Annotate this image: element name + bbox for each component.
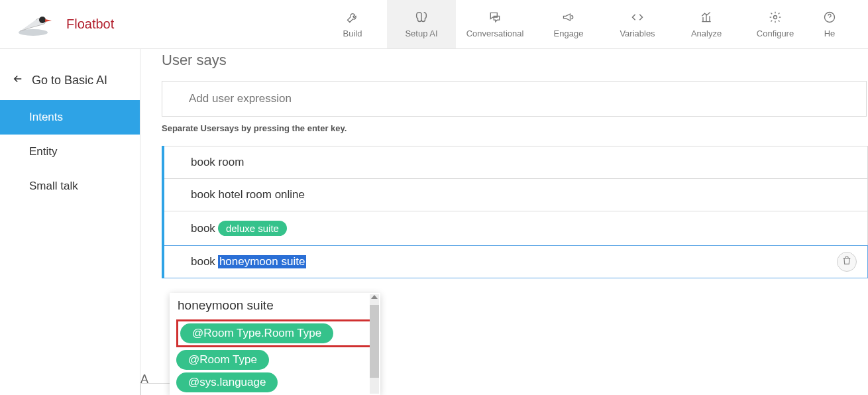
arrow-left-icon	[12, 73, 24, 88]
code-icon	[630, 10, 645, 25]
usersay-prefix: book	[191, 222, 215, 235]
entity-dropdown: honeymoon suite @Room Type.Room Type @Ro…	[170, 293, 380, 395]
chat-icon	[488, 10, 502, 25]
sidebar-item-smalltalk[interactable]: Small talk	[0, 169, 140, 203]
nav-label: Engage	[554, 28, 584, 38]
nav-conversational[interactable]: Conversational	[456, 0, 534, 48]
dropdown-heading: honeymoon suite	[170, 293, 380, 317]
help-icon	[823, 10, 836, 25]
sidebar-item-label: Intents	[29, 111, 63, 123]
dropdown-item[interactable]: @sys.language	[176, 372, 374, 392]
add-expression-input[interactable]	[162, 81, 867, 117]
entity-option[interactable]: @sys.language	[176, 372, 278, 392]
usersay-text: book room	[191, 156, 244, 169]
section-title: User says	[162, 52, 868, 69]
sidebar-item-intents[interactable]: Intents	[0, 100, 140, 135]
sidebar: Go to Basic AI Intents Entity Small talk	[0, 49, 140, 395]
nav-label: He	[824, 28, 836, 38]
entity-option[interactable]: @Room Type.Room Type	[180, 323, 333, 343]
gear-icon	[769, 10, 782, 25]
entity-chip[interactable]: deluxe suite	[218, 221, 287, 236]
selected-text[interactable]: honeymoon suite	[218, 255, 306, 268]
nav-label: Configure	[757, 28, 794, 38]
chart-icon	[700, 10, 713, 25]
sidebar-item-label: Small talk	[29, 180, 78, 192]
svg-point-1	[39, 17, 46, 23]
top-nav: Build Setup AI Conversational Engage Var…	[318, 0, 849, 48]
trash-icon	[841, 255, 852, 269]
usersay-row[interactable]: book hotel room online	[164, 178, 868, 211]
nav-label: Conversational	[466, 28, 524, 38]
dropdown-item-highlighted[interactable]: @Room Type.Room Type	[176, 319, 374, 347]
wrench-icon	[346, 10, 359, 25]
usersay-text: book hotel room online	[191, 188, 305, 201]
scrollbar-thumb[interactable]	[370, 305, 379, 378]
dropdown-item[interactable]: @Room Type	[176, 350, 374, 370]
sidebar-item-label: Entity	[29, 145, 58, 158]
usersay-row-active[interactable]: book honeymoon suite	[164, 245, 868, 278]
delete-button[interactable]	[837, 252, 857, 272]
entity-option[interactable]: @Room Type	[176, 350, 269, 370]
usersay-row[interactable]: book room	[164, 146, 868, 179]
hint-text: Separate Usersays by pressing the enter …	[162, 123, 868, 133]
brand-name: Floatbot	[66, 17, 114, 32]
nav-label: Analyze	[691, 28, 722, 38]
scroll-up-icon[interactable]	[371, 295, 378, 299]
back-link[interactable]: Go to Basic AI	[0, 69, 140, 100]
usersay-row[interactable]: book deluxe suite	[164, 211, 868, 246]
nav-label: Setup AI	[405, 28, 437, 38]
header: Floatbot Build Setup AI Conversational E…	[0, 0, 868, 49]
brand: Floatbot	[0, 0, 318, 48]
brand-logo	[13, 11, 53, 38]
nav-build[interactable]: Build	[318, 0, 387, 48]
svg-point-2	[774, 16, 777, 19]
nav-configure[interactable]: Configure	[741, 0, 810, 48]
nav-label: Variables	[620, 28, 655, 38]
nav-label: Build	[343, 28, 362, 38]
sidebar-item-entity[interactable]: Entity	[0, 135, 140, 169]
usersay-prefix: book	[191, 255, 215, 268]
back-label: Go to Basic AI	[32, 74, 107, 87]
usersays-list: book room book hotel room online book de…	[162, 146, 868, 278]
nav-analyze[interactable]: Analyze	[672, 0, 741, 48]
nav-help[interactable]: He	[810, 0, 849, 48]
nav-setup-ai[interactable]: Setup AI	[387, 0, 456, 48]
megaphone-icon	[561, 10, 576, 25]
nav-engage[interactable]: Engage	[534, 0, 603, 48]
nav-variables[interactable]: Variables	[603, 0, 672, 48]
brain-icon	[414, 10, 429, 25]
